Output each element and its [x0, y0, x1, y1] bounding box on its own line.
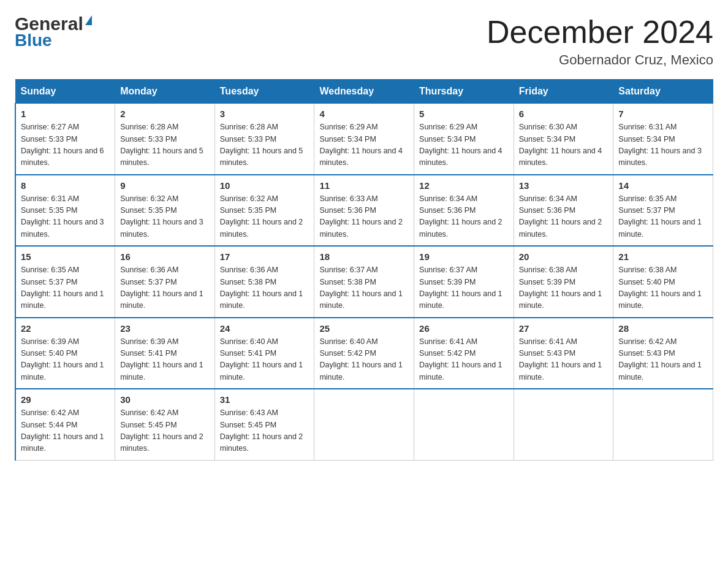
day-number: 27: [519, 323, 609, 334]
day-number: 20: [519, 251, 609, 262]
calendar-cell: [613, 389, 713, 460]
calendar-cell: 31Sunrise: 6:43 AMSunset: 5:45 PMDayligh…: [214, 389, 314, 460]
day-info: Sunrise: 6:37 AMSunset: 5:38 PMDaylight:…: [319, 264, 409, 312]
calendar-cell: 9Sunrise: 6:32 AMSunset: 5:35 PMDaylight…: [115, 175, 215, 247]
calendar-cell: 3Sunrise: 6:28 AMSunset: 5:33 PMDaylight…: [214, 104, 314, 175]
day-number: 10: [220, 180, 309, 191]
calendar-cell: 4Sunrise: 6:29 AMSunset: 5:34 PMDaylight…: [314, 104, 414, 175]
calendar-cell: 10Sunrise: 6:32 AMSunset: 5:35 PMDayligh…: [214, 175, 314, 247]
day-info: Sunrise: 6:42 AMSunset: 5:45 PMDaylight:…: [120, 407, 210, 455]
day-info: Sunrise: 6:41 AMSunset: 5:43 PMDaylight:…: [519, 336, 609, 384]
location-subtitle: Gobernador Cruz, Mexico: [487, 52, 713, 68]
logo: General Blue: [15, 15, 92, 50]
day-number: 2: [120, 109, 210, 119]
header-tuesday: Tuesday: [214, 80, 314, 104]
calendar-cell: 5Sunrise: 6:29 AMSunset: 5:34 PMDaylight…: [414, 104, 514, 175]
day-info: Sunrise: 6:30 AMSunset: 5:34 PMDaylight:…: [519, 121, 609, 169]
calendar-cell: 12Sunrise: 6:34 AMSunset: 5:36 PMDayligh…: [414, 175, 514, 247]
calendar-cell: 6Sunrise: 6:30 AMSunset: 5:34 PMDaylight…: [514, 104, 613, 175]
day-number: 21: [618, 251, 708, 262]
header-friday: Friday: [514, 80, 613, 104]
calendar-cell: 26Sunrise: 6:41 AMSunset: 5:42 PMDayligh…: [414, 318, 514, 389]
day-number: 31: [220, 394, 309, 405]
day-info: Sunrise: 6:42 AMSunset: 5:43 PMDaylight:…: [618, 336, 708, 384]
day-info: Sunrise: 6:35 AMSunset: 5:37 PMDaylight:…: [21, 264, 110, 312]
day-info: Sunrise: 6:43 AMSunset: 5:45 PMDaylight:…: [220, 407, 309, 455]
day-number: 12: [419, 180, 509, 191]
calendar-cell: 11Sunrise: 6:33 AMSunset: 5:36 PMDayligh…: [314, 175, 414, 247]
day-info: Sunrise: 6:27 AMSunset: 5:33 PMDaylight:…: [21, 121, 110, 169]
day-number: 11: [319, 180, 409, 191]
header-row: SundayMondayTuesdayWednesdayThursdayFrid…: [15, 80, 713, 104]
day-info: Sunrise: 6:41 AMSunset: 5:42 PMDaylight:…: [419, 336, 509, 384]
week-row-2: 8Sunrise: 6:31 AMSunset: 5:35 PMDaylight…: [15, 175, 713, 247]
calendar-cell: 15Sunrise: 6:35 AMSunset: 5:37 PMDayligh…: [15, 246, 115, 318]
day-info: Sunrise: 6:35 AMSunset: 5:37 PMDaylight:…: [618, 193, 708, 241]
calendar-cell: [414, 389, 514, 460]
header-wednesday: Wednesday: [314, 80, 414, 104]
day-number: 1: [21, 109, 110, 119]
calendar-cell: 13Sunrise: 6:34 AMSunset: 5:36 PMDayligh…: [514, 175, 613, 247]
logo-blue: Blue: [15, 31, 52, 50]
calendar-cell: 2Sunrise: 6:28 AMSunset: 5:33 PMDaylight…: [115, 104, 215, 175]
day-number: 17: [220, 251, 309, 262]
week-row-3: 15Sunrise: 6:35 AMSunset: 5:37 PMDayligh…: [15, 246, 713, 318]
day-info: Sunrise: 6:29 AMSunset: 5:34 PMDaylight:…: [319, 121, 409, 169]
calendar-cell: 24Sunrise: 6:40 AMSunset: 5:41 PMDayligh…: [214, 318, 314, 389]
day-number: 29: [21, 394, 110, 405]
day-info: Sunrise: 6:31 AMSunset: 5:35 PMDaylight:…: [21, 193, 110, 241]
day-number: 14: [618, 180, 708, 191]
calendar-cell: 18Sunrise: 6:37 AMSunset: 5:38 PMDayligh…: [314, 246, 414, 318]
calendar-cell: 28Sunrise: 6:42 AMSunset: 5:43 PMDayligh…: [613, 318, 713, 389]
day-info: Sunrise: 6:37 AMSunset: 5:39 PMDaylight:…: [419, 264, 509, 312]
day-info: Sunrise: 6:36 AMSunset: 5:38 PMDaylight:…: [220, 264, 309, 312]
calendar-cell: 17Sunrise: 6:36 AMSunset: 5:38 PMDayligh…: [214, 246, 314, 318]
day-number: 5: [419, 109, 509, 119]
day-number: 8: [21, 180, 110, 191]
day-info: Sunrise: 6:28 AMSunset: 5:33 PMDaylight:…: [220, 121, 309, 169]
day-info: Sunrise: 6:32 AMSunset: 5:35 PMDaylight:…: [220, 193, 309, 241]
day-number: 19: [419, 251, 509, 262]
week-row-5: 29Sunrise: 6:42 AMSunset: 5:44 PMDayligh…: [15, 389, 713, 460]
day-info: Sunrise: 6:42 AMSunset: 5:44 PMDaylight:…: [21, 407, 110, 455]
day-info: Sunrise: 6:32 AMSunset: 5:35 PMDaylight:…: [120, 193, 210, 241]
calendar-cell: 20Sunrise: 6:38 AMSunset: 5:39 PMDayligh…: [514, 246, 613, 318]
day-number: 25: [319, 323, 409, 334]
calendar-cell: 16Sunrise: 6:36 AMSunset: 5:37 PMDayligh…: [115, 246, 215, 318]
day-number: 26: [419, 323, 509, 334]
calendar-cell: 27Sunrise: 6:41 AMSunset: 5:43 PMDayligh…: [514, 318, 613, 389]
day-info: Sunrise: 6:29 AMSunset: 5:34 PMDaylight:…: [419, 121, 509, 169]
calendar-cell: 25Sunrise: 6:40 AMSunset: 5:42 PMDayligh…: [314, 318, 414, 389]
day-info: Sunrise: 6:34 AMSunset: 5:36 PMDaylight:…: [419, 193, 509, 241]
calendar-cell: [314, 389, 414, 460]
month-title: December 2024: [487, 15, 713, 50]
week-row-4: 22Sunrise: 6:39 AMSunset: 5:40 PMDayligh…: [15, 318, 713, 389]
day-number: 9: [120, 180, 210, 191]
day-info: Sunrise: 6:40 AMSunset: 5:42 PMDaylight:…: [319, 336, 409, 384]
calendar-cell: 14Sunrise: 6:35 AMSunset: 5:37 PMDayligh…: [613, 175, 713, 247]
header-saturday: Saturday: [613, 80, 713, 104]
day-info: Sunrise: 6:36 AMSunset: 5:37 PMDaylight:…: [120, 264, 210, 312]
header-sunday: Sunday: [15, 80, 115, 104]
calendar-cell: 8Sunrise: 6:31 AMSunset: 5:35 PMDaylight…: [15, 175, 115, 247]
calendar-cell: 30Sunrise: 6:42 AMSunset: 5:45 PMDayligh…: [115, 389, 215, 460]
week-row-1: 1Sunrise: 6:27 AMSunset: 5:33 PMDaylight…: [15, 104, 713, 175]
day-info: Sunrise: 6:39 AMSunset: 5:40 PMDaylight:…: [21, 336, 110, 384]
calendar-cell: 23Sunrise: 6:39 AMSunset: 5:41 PMDayligh…: [115, 318, 215, 389]
calendar-cell: [514, 389, 613, 460]
day-number: 24: [220, 323, 309, 334]
calendar-cell: 29Sunrise: 6:42 AMSunset: 5:44 PMDayligh…: [15, 389, 115, 460]
page-header: General Blue December 2024 Gobernador Cr…: [15, 15, 713, 68]
day-info: Sunrise: 6:31 AMSunset: 5:34 PMDaylight:…: [618, 121, 708, 169]
day-info: Sunrise: 6:39 AMSunset: 5:41 PMDaylight:…: [120, 336, 210, 384]
day-number: 22: [21, 323, 110, 334]
calendar-cell: 21Sunrise: 6:38 AMSunset: 5:40 PMDayligh…: [613, 246, 713, 318]
day-number: 4: [319, 109, 409, 119]
calendar-cell: 1Sunrise: 6:27 AMSunset: 5:33 PMDaylight…: [15, 104, 115, 175]
logo-triangle-icon: [85, 15, 92, 25]
calendar-cell: 22Sunrise: 6:39 AMSunset: 5:40 PMDayligh…: [15, 318, 115, 389]
day-number: 30: [120, 394, 210, 405]
day-info: Sunrise: 6:40 AMSunset: 5:41 PMDaylight:…: [220, 336, 309, 384]
header-thursday: Thursday: [414, 80, 514, 104]
day-number: 3: [220, 109, 309, 119]
